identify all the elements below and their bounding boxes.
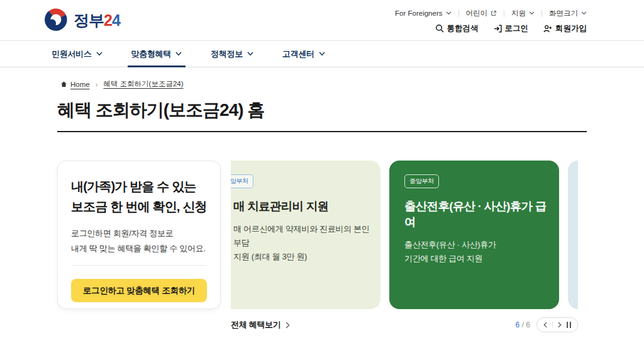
- login-button[interactable]: 로그인: [494, 23, 529, 34]
- search-icon: [435, 24, 444, 33]
- chevron-left-icon: [543, 322, 547, 328]
- nav-item-minwon[interactable]: 민원서비스: [52, 41, 103, 67]
- benefit-description: 매 어르신에게 약제비와 진료비의 본인부담 지원 (최대 월 3만 원): [233, 222, 375, 264]
- link-children[interactable]: 어린이: [466, 9, 497, 18]
- divider: [541, 10, 542, 17]
- header: 정부24 For Foreigners 어린이 지원 화면크기: [0, 0, 644, 40]
- chevron-down-icon: [529, 11, 535, 15]
- chevron-down-icon: [319, 52, 325, 56]
- pager-prev-button[interactable]: [543, 322, 547, 328]
- benefit-card-dementia-treatment[interactable]: 중앙부처 매 치료관리비 지원 매 어르신에게 약제비와 진료비의 본인부담 지…: [231, 161, 380, 309]
- main-nav: 민원서비스 맞춤형혜택 정책정보 고객센터: [0, 40, 644, 67]
- link-for-foreigners[interactable]: For Foreigners: [395, 9, 451, 17]
- pager-divider: [552, 322, 553, 328]
- chevron-down-icon: [446, 11, 452, 15]
- view-all-benefits-link[interactable]: 전체 혜택보기: [231, 319, 290, 331]
- divider: [504, 10, 504, 17]
- benefits-section: 내(가족)가 받을 수 있는 보조금 한 번에 확인, 신청 로그인하면 회원/…: [57, 161, 644, 309]
- benefit-card-maternity-leave-pay[interactable]: 중앙부처 출산전후(유산 · 사산)휴가 급여 출산전후(유산 · 사산)휴가 …: [389, 161, 559, 309]
- agency-badge: 중앙부처: [404, 174, 439, 188]
- chevron-down-icon: [175, 52, 182, 56]
- pager-count: 6 / 6: [516, 320, 530, 329]
- signup-button[interactable]: 회원가입: [543, 23, 587, 34]
- home-icon: [60, 81, 67, 88]
- nav-item-policy-info[interactable]: 정책정보: [211, 41, 253, 67]
- pager-pause-button[interactable]: [567, 322, 571, 328]
- chevron-right-icon: [558, 322, 562, 328]
- promo-title: 내(가족)가 받을 수 있는 보조금 한 번에 확인, 신청: [71, 176, 207, 217]
- chevron-down-icon: [247, 52, 253, 56]
- header-right: For Foreigners 어린이 지원 화면크기 통합검색: [395, 7, 587, 34]
- pager-controls: [536, 317, 578, 332]
- login-promo-card: 내(가족)가 받을 수 있는 보조금 한 번에 확인, 신청 로그인하면 회원/…: [57, 161, 221, 309]
- login-and-check-benefits-button[interactable]: 로그인하고 맞춤혜택 조회하기: [71, 279, 207, 302]
- benefit-card-next-partial[interactable]: [568, 161, 578, 309]
- breadcrumb: Home › 혜택 조회하기(보조금24): [60, 79, 587, 89]
- login-icon: [494, 25, 502, 33]
- carousel-footer: 전체 혜택보기 6 / 6: [231, 317, 578, 332]
- pause-icon: [567, 322, 571, 328]
- nav-item-customer-center[interactable]: 고객센터: [282, 41, 325, 67]
- benefit-title: 출산전후(유산 · 사산)휴가 급여: [404, 198, 547, 230]
- gov24-logo[interactable]: 정부24: [43, 8, 120, 33]
- benefit-description: 출산전후(유산 · 사산)휴가 기간에 대한 급여 지원: [404, 238, 547, 266]
- unified-search-button[interactable]: 통합검색: [435, 23, 479, 34]
- agency-badge: 중앙부처: [231, 174, 253, 188]
- pager-next-button[interactable]: [558, 322, 562, 328]
- utility-links: For Foreigners 어린이 지원 화면크기: [395, 9, 587, 18]
- link-support[interactable]: 지원: [511, 9, 535, 18]
- link-screen-size[interactable]: 화면크기: [549, 9, 587, 18]
- promo-divider: [71, 265, 207, 266]
- title-rule: [57, 131, 587, 132]
- chevron-down-icon: [581, 11, 587, 15]
- page-title: 혜택 조회하기(보조금24) 홈: [57, 98, 587, 122]
- divider: [458, 10, 459, 17]
- benefits-carousel: 중앙부처 매 치료관리비 지원 매 어르신에게 약제비와 진료비의 본인부담 지…: [231, 161, 578, 309]
- external-link-icon: [491, 10, 497, 16]
- gov24-symbol-icon: [43, 8, 68, 33]
- carousel-pager: 6 / 6: [516, 317, 578, 332]
- breadcrumb-home[interactable]: Home: [60, 81, 90, 88]
- chevron-down-icon: [96, 52, 103, 56]
- user-add-icon: [543, 25, 552, 33]
- breadcrumb-current[interactable]: 혜택 조회하기(보조금24): [103, 79, 183, 89]
- benefit-title: 매 치료관리비 지원: [233, 198, 375, 214]
- breadcrumb-separator: ›: [96, 81, 98, 88]
- promo-description: 로그인하면 회원/자격 정보로 내게 딱 맞는 혜택을 확인할 수 있어요.: [71, 226, 207, 256]
- logo-text: 정부24: [74, 10, 120, 31]
- header-actions: 통합검색 로그인 회원가입: [435, 23, 587, 34]
- carousel-track: 중앙부처 매 치료관리비 지원 매 어르신에게 약제비와 진료비의 본인부담 지…: [231, 161, 578, 309]
- nav-item-custom-benefits[interactable]: 맞춤형혜택: [131, 41, 182, 67]
- chevron-right-icon: [286, 322, 290, 329]
